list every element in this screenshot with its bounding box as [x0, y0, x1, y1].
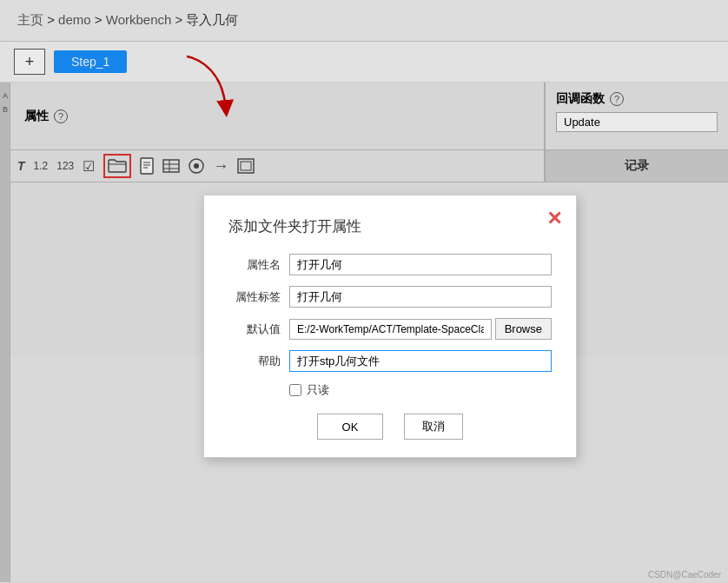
property-tag-input[interactable] [289, 286, 552, 308]
dialog: ✕ 添加文件夹打开属性 属性名 属性标签 默认值 Browse 帮助 只读 [203, 195, 577, 458]
form-row-help: 帮助 [228, 350, 552, 372]
property-name-input[interactable] [289, 254, 552, 275]
dialog-buttons: OK 取消 [228, 414, 552, 440]
form-row-property-name: 属性名 [228, 254, 552, 275]
browse-button[interactable]: Browse [495, 318, 552, 340]
property-tag-label: 属性标签 [228, 289, 281, 305]
form-row-readonly: 只读 [289, 382, 552, 398]
property-name-label: 属性名 [228, 257, 281, 273]
form-row-default-value: 默认值 Browse [228, 318, 552, 340]
ok-button[interactable]: OK [317, 414, 384, 440]
form-row-property-tag: 属性标签 [228, 286, 552, 308]
default-value-label: 默认值 [228, 321, 281, 337]
dialog-overlay: ✕ 添加文件夹打开属性 属性名 属性标签 默认值 Browse 帮助 只读 [0, 0, 728, 583]
cancel-button[interactable]: 取消 [404, 414, 463, 440]
default-value-input[interactable] [289, 319, 492, 340]
dialog-close-button[interactable]: ✕ [546, 208, 562, 230]
help-label: 帮助 [228, 354, 281, 369]
help-input[interactable] [289, 350, 552, 372]
watermark: CSDN@CaeCoder [648, 570, 721, 580]
readonly-label: 只读 [307, 382, 329, 398]
dialog-title: 添加文件夹打开属性 [228, 216, 552, 236]
readonly-checkbox[interactable] [289, 384, 301, 396]
